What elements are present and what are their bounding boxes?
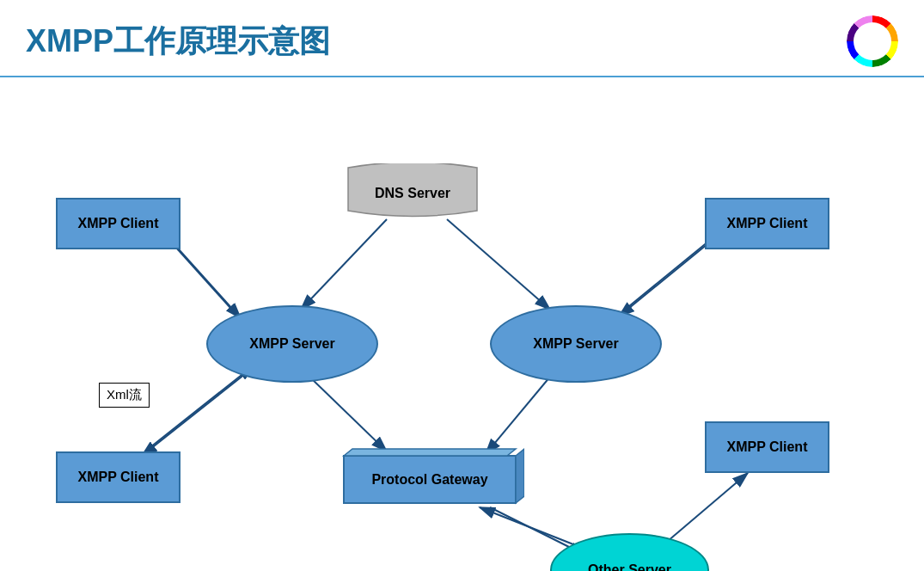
svg-line-2	[301, 219, 387, 310]
xmpp-server-left: XMPP Server	[206, 305, 378, 383]
svg-line-11	[486, 377, 550, 454]
svg-marker-17	[516, 449, 524, 503]
svg-line-9	[150, 365, 254, 447]
svg-line-3	[447, 219, 550, 310]
svg-line-14	[480, 507, 578, 546]
xml-label: Xml流	[99, 383, 150, 408]
svg-marker-16	[344, 449, 516, 456]
xmpp-client-bottom-right: XMPP Client	[705, 421, 829, 473]
xmpp-client-top-left: XMPP Client	[56, 198, 181, 249]
svg-line-8	[142, 374, 245, 456]
xmpp-client-top-right: XMPP Client	[705, 198, 829, 249]
color-wheel-icon	[847, 15, 898, 67]
svg-line-13	[662, 473, 748, 546]
protocol-gateway: Protocol Gateway	[335, 447, 524, 512]
header: XMPP工作原理示意图	[0, 0, 924, 77]
xmpp-server-right: XMPP Server	[490, 305, 662, 383]
xmpp-client-bottom-left: XMPP Client	[56, 451, 181, 503]
dns-server: DNS Server	[344, 163, 481, 224]
other-server: Other Server	[550, 533, 709, 571]
diagram-area: XMPP Client XMPP Client DNS Server XMPP …	[0, 77, 924, 571]
page-title: XMPP工作原理示意图	[26, 21, 330, 63]
svg-line-10	[309, 377, 387, 451]
